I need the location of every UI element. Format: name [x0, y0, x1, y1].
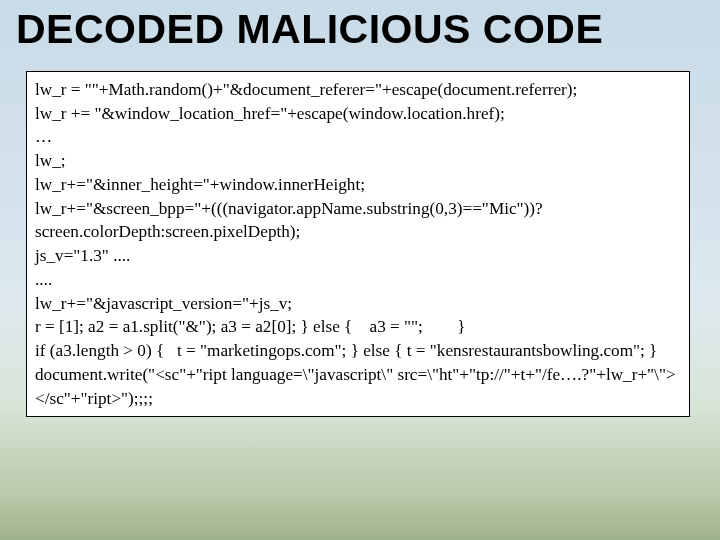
code-line: lw_r+="&inner_height="+window.innerHeigh…	[35, 173, 681, 197]
code-line: lw_r+="&screen_bpp="+(((navigator.appNam…	[35, 197, 681, 244]
code-line: lw_;	[35, 149, 681, 173]
code-block: lw_r = ""+Math.random()+"&document_refer…	[26, 71, 690, 417]
code-line: lw_r += "&window_location_href="+escape(…	[35, 102, 681, 126]
code-line: document.write("<sc"+"ript language=\"ja…	[35, 363, 681, 410]
code-line: lw_r = ""+Math.random()+"&document_refer…	[35, 78, 681, 102]
slide-title: DECODED MALICIOUS CODE	[16, 6, 706, 53]
slide: DECODED MALICIOUS CODE lw_r = ""+Math.ra…	[0, 0, 720, 540]
code-line: ....	[35, 268, 681, 292]
code-line: …	[35, 125, 681, 149]
code-line: js_v="1.3" ....	[35, 244, 681, 268]
code-line: r = [1]; a2 = a1.split("&"); a3 = a2[0];…	[35, 315, 681, 339]
code-line: if (a3.length > 0) { t = "marketingops.c…	[35, 339, 681, 363]
code-line: lw_r+="&javascript_version="+js_v;	[35, 292, 681, 316]
